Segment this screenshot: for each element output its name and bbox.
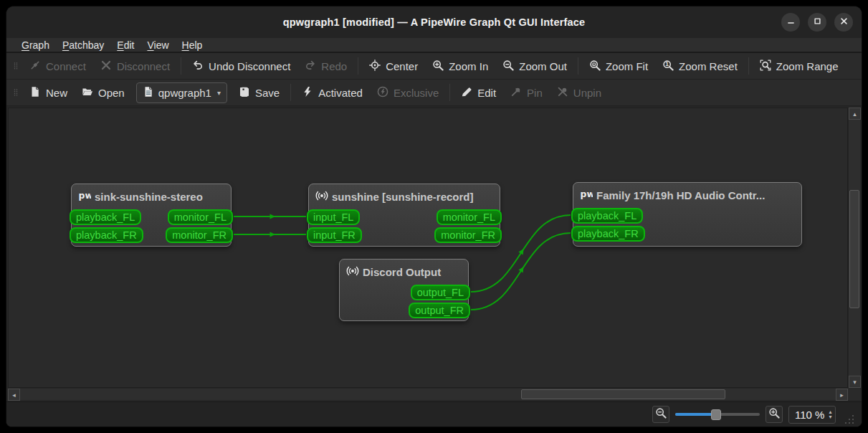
patchbay-preset-label: qpwgraph1 [158, 87, 211, 99]
port-playback_FL[interactable]: playback_FL [571, 208, 643, 224]
zoom-range-button[interactable]: Zoom Range [753, 56, 846, 77]
statusbar: 110 % ▴ ▾ [6, 401, 862, 427]
minimize-button[interactable] [781, 13, 800, 32]
zoom-slider-handle[interactable] [711, 409, 721, 420]
open-folder-icon [82, 86, 93, 100]
save-label: Save [255, 87, 280, 99]
toolbar-separator [181, 57, 181, 75]
menu-patchbay[interactable]: Patchbay [56, 39, 110, 52]
patchbay-file-icon [143, 86, 154, 100]
zoom-fit-button[interactable]: Zoom Fit [582, 56, 655, 77]
save-button[interactable]: Save [232, 82, 287, 103]
window-resize-grip[interactable] [844, 414, 854, 424]
center-icon [369, 60, 381, 73]
activated-label: Activated [318, 87, 363, 99]
node-title: Discord Output [340, 260, 468, 280]
statusbar-zoom-in-button[interactable] [766, 406, 783, 423]
toolbar-patchbay: NewOpenqpwgraph1▾SaveActivatedExclusiveE… [6, 80, 862, 106]
zoom-out-button[interactable]: Zoom Out [495, 56, 574, 77]
exclusive-bolt-icon [377, 86, 388, 100]
port-monitor_FL[interactable]: monitor_FL [168, 209, 233, 225]
toolbar-separator [578, 57, 578, 75]
svg-text:pw: pw [79, 191, 91, 201]
close-button[interactable] [834, 13, 853, 32]
scroll-up-button[interactable]: ▴ [849, 108, 861, 120]
zoom-range-icon [760, 60, 771, 73]
vertical-scroll-thumb[interactable] [849, 190, 859, 308]
edit-button[interactable]: Edit [454, 82, 503, 103]
zoom-in-icon [768, 407, 780, 422]
vertical-scrollbar[interactable]: ▴ ▾ [848, 108, 860, 388]
zoom-level-value: 110 % [795, 409, 824, 421]
stream-icon [346, 265, 359, 280]
port-input_FL[interactable]: input_FL [307, 209, 360, 225]
center-button[interactable]: Center [362, 56, 425, 77]
disconnect-button: Disconnect [93, 56, 177, 77]
node-title: sunshine [sunshine-record] [309, 184, 500, 204]
menu-graph[interactable]: Graph [15, 39, 56, 52]
zoom-fit-icon [589, 60, 601, 73]
port-output_FR[interactable]: output_FR [409, 303, 470, 318]
horizontal-scroll-thumb[interactable] [521, 389, 725, 399]
unpin-icon [557, 86, 568, 100]
open-button[interactable]: Open [75, 82, 132, 103]
toolbar-drag-handle[interactable] [11, 57, 20, 75]
port-playback_FR[interactable]: playback_FR [571, 226, 645, 242]
statusbar-zoom-out-button[interactable] [652, 406, 669, 423]
new-label: New [46, 87, 67, 99]
port-input_FR[interactable]: input_FR [307, 227, 362, 243]
new-file-icon [29, 86, 41, 100]
maximize-button[interactable] [808, 13, 826, 32]
toolbar-separator [449, 84, 450, 101]
menu-view[interactable]: View [140, 39, 175, 52]
horizontal-scrollbar[interactable]: ◂ ▸ [8, 388, 848, 400]
app-window: qpwgraph1 [modified] — A PipeWire Graph … [6, 6, 862, 427]
port-monitor_FR[interactable]: monitor_FR [434, 227, 502, 243]
new-button[interactable]: New [22, 82, 75, 103]
undo-disconnect-button[interactable]: Undo Disconnect [185, 56, 297, 77]
disconnect-label: Disconnect [117, 60, 170, 72]
port-monitor_FL[interactable]: monitor_FL [437, 209, 502, 225]
menu-help[interactable]: Help [176, 39, 209, 52]
port-output_FL[interactable]: output_FL [411, 285, 470, 300]
graph-canvas[interactable]: pwsink-sunshine-stereoplayback_FLplaybac… [8, 108, 848, 388]
edit-label: Edit [477, 87, 496, 99]
toolbar-separator [290, 84, 291, 101]
chevron-down-icon: ▾ [217, 89, 221, 97]
edge-arrow [270, 232, 276, 237]
scroll-right-button[interactable]: ▸ [836, 389, 848, 401]
activated-bolt-icon [302, 86, 313, 100]
spin-down-button[interactable]: ▾ [829, 414, 831, 419]
menu-edit[interactable]: Edit [110, 39, 140, 52]
zoom-out-icon [655, 407, 667, 422]
node-sink[interactable]: pwsink-sunshine-stereoplayback_FLplaybac… [71, 184, 232, 247]
node-family[interactable]: pwFamily 17h/19h HD Audio Contr...playba… [573, 182, 802, 247]
window-title: qpwgraph1 [modified] — A PipeWire Graph … [283, 16, 586, 28]
zoom-spinbox[interactable]: 110 % ▴ ▾ [788, 406, 836, 424]
pipewire-icon: pw [580, 188, 593, 203]
toolbar-drag-handle[interactable] [11, 83, 20, 102]
maximize-icon [812, 16, 823, 29]
port-monitor_FR[interactable]: monitor_FR [166, 227, 233, 243]
pin-button: Pin [503, 82, 550, 103]
zoom-in-button[interactable]: Zoom In [425, 56, 495, 77]
toolbar-separator [358, 57, 358, 75]
redo-icon [305, 60, 316, 73]
minimize-icon [786, 16, 796, 29]
port-playback_FR[interactable]: playback_FR [70, 227, 143, 243]
stream-icon [315, 189, 328, 204]
patchbay-preset-dropdown[interactable]: qpwgraph1▾ [136, 82, 227, 103]
node-discord[interactable]: Discord Outputoutput_FLoutput_FR [339, 259, 469, 321]
zoom-slider[interactable] [675, 408, 760, 421]
scroll-left-button[interactable]: ◂ [8, 389, 20, 401]
open-label: Open [98, 87, 125, 99]
zoom-reset-button[interactable]: 1Zoom Reset [655, 56, 745, 77]
activated-button[interactable]: Activated [295, 82, 370, 103]
zoom-reset-icon: 1 [662, 60, 674, 73]
zoom-out-label: Zoom Out [519, 60, 567, 72]
titlebar[interactable]: qpwgraph1 [modified] — A PipeWire Graph … [6, 6, 862, 38]
node-sunshine[interactable]: sunshine [sunshine-record]input_FLinput_… [308, 184, 500, 247]
scroll-down-button[interactable]: ▾ [849, 376, 861, 388]
port-playback_FL[interactable]: playback_FL [70, 209, 141, 225]
redo-button: Redo [297, 56, 354, 77]
